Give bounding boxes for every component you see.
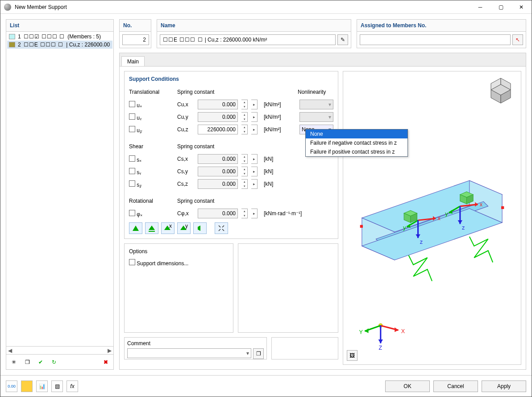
dropdown-item-none[interactable]: None: [306, 130, 407, 138]
maximize-button[interactable]: ▢: [490, 0, 511, 14]
value-uz[interactable]: [198, 125, 238, 134]
options-title: Options: [129, 248, 229, 255]
nonlinearity-header: Nonlinearity: [298, 89, 333, 95]
spinner[interactable]: ▴▾: [241, 100, 248, 109]
value-phix[interactable]: [198, 209, 238, 218]
value-sx[interactable]: [198, 154, 238, 164]
support-row-ux: uₓ Cu,x ▴▾ ▸ [kN/m²] ▾: [129, 98, 333, 111]
unit-label: [kN/m²]: [264, 126, 281, 133]
delete-button[interactable]: ✖: [100, 356, 112, 368]
list-item[interactable]: 2 ☐☐E ☐☐☐ ☐ | Cu,z : 226000.00: [7, 41, 112, 49]
ok-button[interactable]: OK: [385, 380, 430, 392]
assign-input[interactable]: [360, 34, 511, 45]
view-cube-icon[interactable]: [485, 76, 516, 107]
spring-label: Cs,x: [177, 156, 194, 162]
blank-panel: [238, 243, 338, 333]
step-button[interactable]: ▸: [251, 179, 258, 189]
translational-header: Translational: [129, 89, 174, 95]
checkbox-sz[interactable]: [129, 180, 135, 187]
no-input[interactable]: [122, 34, 149, 45]
value-sz[interactable]: [198, 179, 238, 189]
fx-button[interactable]: fx: [66, 380, 78, 392]
member-preview-icon: x y z x y z: [343, 71, 521, 364]
tab-main[interactable]: Main: [121, 56, 145, 67]
refresh-button[interactable]: ↻: [48, 356, 60, 368]
close-button[interactable]: ✕: [511, 0, 532, 14]
spinner[interactable]: ▴▾: [241, 209, 248, 218]
step-button[interactable]: ▸: [251, 154, 258, 164]
spring-label: Cφ,x: [177, 210, 194, 217]
spinner[interactable]: ▴▾: [241, 112, 248, 122]
nonlinearity-dropdown[interactable]: None Failure if negative contact stress …: [305, 129, 408, 157]
support-row-uz: u𝓏 Cu,z ▴▾ ▸ [kN/m²] None▾: [129, 123, 333, 136]
value-sy[interactable]: [198, 167, 238, 176]
model-button[interactable]: ▧: [51, 380, 63, 392]
preview-settings-button[interactable]: 🖼: [347, 350, 357, 361]
support-pinned-icon[interactable]: [145, 222, 158, 234]
value-uy[interactable]: [198, 112, 238, 122]
support-type-toolbar: x y: [129, 222, 333, 234]
pick-members-button[interactable]: ↖: [512, 34, 523, 45]
name-glyphs: ☐☐E ☐☐☐ ☐: [163, 37, 203, 43]
copy-item-button[interactable]: ❐: [21, 356, 33, 368]
svg-text:z: z: [462, 225, 465, 231]
unit-label: [kN/m²]: [264, 101, 281, 108]
color-button[interactable]: [21, 380, 33, 392]
label-phix: φₓ: [137, 211, 142, 217]
support-sound-icon[interactable]: [193, 222, 207, 234]
unit-label: [kN/m²]: [264, 114, 281, 120]
svg-marker-1: [149, 226, 155, 230]
support-roller-y-icon[interactable]: y: [177, 222, 191, 234]
svg-rect-18: [360, 225, 363, 228]
support-row-phix: φₓ Cφ,x ▴▾ ▸ [kNm·rad⁻¹·m⁻¹]: [129, 207, 333, 220]
spinner[interactable]: ▴▾: [241, 125, 248, 134]
dialog-footer: 0.00 📊 ▧ fx OK Cancel Apply: [0, 375, 532, 397]
horizontal-scrollbar[interactable]: ◀▶: [6, 346, 113, 354]
label-sx: sₓ: [137, 157, 141, 163]
comment-library-button[interactable]: ❐: [253, 348, 264, 359]
spring-label: Cu,z: [177, 126, 194, 133]
edit-name-button[interactable]: ✎: [337, 34, 348, 45]
dropdown-item-failure-negative[interactable]: Failure if negative contact stress in z: [306, 138, 407, 147]
checkbox-phix[interactable]: [129, 210, 135, 216]
support-fixed-icon[interactable]: [129, 222, 142, 234]
checkbox-sx[interactable]: [129, 155, 135, 162]
checkbox-ux[interactable]: [129, 101, 135, 107]
step-button[interactable]: ▸: [251, 167, 258, 176]
titlebar: New Member Support ─ ▢ ✕: [0, 0, 532, 14]
name-input[interactable]: ☐☐E ☐☐☐ ☐ | Cu,z : 226000.000 kN/m²: [160, 34, 336, 45]
comment-input[interactable]: ▾: [127, 348, 251, 358]
spinner[interactable]: ▴▾: [241, 154, 248, 164]
support-row-uy: uᵧ Cu,y ▴▾ ▸ [kN/m²] ▾: [129, 111, 333, 123]
comment-title: Comment: [127, 340, 264, 347]
checkbox-support-dimensions[interactable]: [129, 259, 135, 265]
checkbox-sy[interactable]: [129, 168, 135, 174]
svg-text:y: y: [185, 225, 188, 229]
support-expand-icon[interactable]: [215, 222, 228, 234]
list-body[interactable]: 1 ☐☐☑ ☐☐☐ ☐ (Members : 5) 2 ☐☐E ☐☐☐ ☐ | …: [6, 32, 113, 346]
list-item-desc: (Members : 5): [67, 33, 101, 40]
checkbox-uy[interactable]: [129, 113, 135, 120]
new-item-button[interactable]: ✳: [8, 356, 20, 368]
chart-button[interactable]: 📊: [36, 380, 48, 392]
step-button[interactable]: ▸: [251, 112, 258, 122]
list-item-glyphs: ☐☐☑ ☐☐☐ ☐: [24, 33, 65, 40]
minimize-button[interactable]: ─: [470, 0, 490, 14]
value-ux[interactable]: [198, 100, 238, 109]
step-button[interactable]: ▸: [251, 100, 258, 109]
spinner[interactable]: ▴▾: [241, 179, 248, 189]
list-item[interactable]: 1 ☐☐☑ ☐☐☐ ☐ (Members : 5): [7, 33, 112, 41]
no-header: No.: [120, 20, 151, 32]
apply-button[interactable]: Apply: [482, 380, 526, 392]
dropdown-item-failure-positive[interactable]: Failure if positive contact stress in z: [306, 147, 407, 156]
units-button[interactable]: 0.00: [6, 380, 17, 392]
spinner[interactable]: ▴▾: [241, 167, 248, 176]
svg-text:y: y: [403, 225, 406, 231]
preview-panel[interactable]: x y z x y z: [343, 71, 521, 365]
support-roller-x-icon[interactable]: x: [161, 222, 175, 234]
step-button[interactable]: ▸: [251, 125, 258, 134]
step-button[interactable]: ▸: [251, 209, 258, 218]
cancel-button[interactable]: Cancel: [433, 380, 478, 392]
check-button[interactable]: ✔: [35, 356, 46, 368]
checkbox-uz[interactable]: [129, 126, 135, 132]
